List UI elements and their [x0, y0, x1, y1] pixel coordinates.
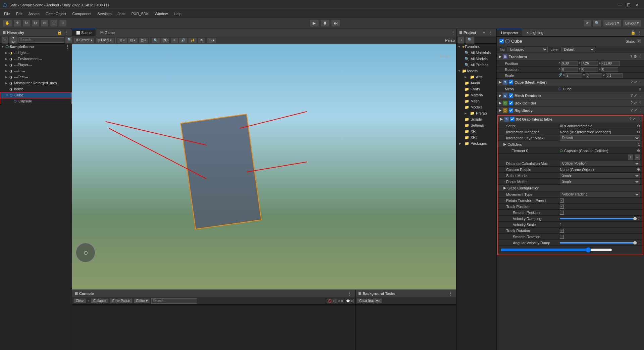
box-collider-enabled[interactable] [509, 101, 513, 105]
colliders-header[interactable]: ▶ Colliders 1 [498, 141, 643, 148]
smooth-rotation-checkbox[interactable] [560, 235, 564, 239]
angular-velocity-slider[interactable] [560, 242, 637, 244]
hierarchy-scene-root[interactable]: ▼ ⬡ SampleScene ⋮ [0, 44, 72, 50]
xr-folder[interactable]: 📁 XR [457, 128, 496, 134]
inspector-lock-icon[interactable]: 🔒 [630, 30, 636, 36]
xr-grab-help-icon[interactable]: ? [629, 117, 631, 121]
minimize-button[interactable]: — [616, 1, 624, 9]
hierarchy-filter-button[interactable]: ▾ All [9, 36, 18, 44]
velocity-damping-slider[interactable] [560, 218, 637, 219]
distance-calc-dropdown[interactable]: Collider Position [560, 161, 640, 166]
box-collider-settings-icon[interactable]: ⤢ [634, 101, 637, 105]
pause-button[interactable]: ⏸ [320, 19, 330, 27]
hierarchy-item-cube[interactable]: ▼ ⬡ Cube [0, 92, 72, 98]
light-toggle[interactable]: ☀ [170, 37, 178, 43]
console-lock-icon[interactable]: ⋮ [346, 291, 353, 297]
view-button[interactable]: ◻ ▾ [139, 37, 149, 43]
move-tool[interactable]: ✛ [13, 19, 21, 27]
mesh-filter-help-icon[interactable]: ? [631, 80, 633, 84]
scene-menu-icon[interactable]: ⋮ [64, 44, 70, 50]
custom-tool[interactable]: ⊙ [59, 19, 67, 27]
layout-dropdown[interactable]: Layout ▾ [623, 19, 641, 27]
close-button[interactable]: ✕ [633, 1, 641, 9]
hierarchy-item-light[interactable]: ▶ ◑ ---Light--- [0, 50, 72, 56]
element0-target-icon[interactable]: ⊙ [637, 148, 640, 153]
materials-folder[interactable]: 📁 Materia [457, 92, 496, 98]
inspector-menu-icon[interactable]: ⋮ [637, 30, 643, 36]
xr-grab-header[interactable]: ▶ S XR Grab Interactable ? ⤢ ⋮ [498, 116, 643, 123]
step-button[interactable]: ⏭ [331, 19, 340, 27]
rotation-z-input[interactable] [601, 67, 618, 72]
error-pause-button[interactable]: Error Pause [110, 298, 132, 303]
mesh-target-icon[interactable]: ⊙ [639, 87, 641, 91]
rigidbody-help-icon[interactable]: ? [631, 108, 633, 113]
add-hierarchy-button[interactable]: + [1, 36, 8, 44]
mesh-filter-settings-icon[interactable]: ⤢ [634, 80, 637, 84]
layers-dropdown[interactable]: Layers ▾ [603, 19, 622, 27]
hierarchy-item-test[interactable]: ▶ ◑ ---Test--- [0, 74, 72, 80]
assets-header[interactable]: ▼ 📁 Assets [457, 68, 496, 74]
project-add-icon[interactable]: + [481, 30, 487, 36]
menu-item-pxr_sdk[interactable]: PXR_SDK [129, 11, 151, 16]
2d-button[interactable]: 2D [161, 37, 170, 43]
xr-grab-enabled[interactable] [510, 117, 515, 121]
scale-y-input[interactable] [586, 73, 602, 78]
search-btn[interactable]: 🔍 [151, 37, 160, 43]
mesh-renderer-help-icon[interactable]: ? [631, 93, 633, 98]
mesh-filter-enabled[interactable] [509, 80, 513, 84]
rigidbody-header[interactable]: ▶ ⬡ Rigidbody ? ⤢ ⋮ [497, 107, 644, 114]
inspector-scrollbar[interactable] [501, 247, 612, 253]
box-collider-help-icon[interactable]: ? [631, 101, 633, 105]
scale-tool[interactable]: ⊡ [32, 19, 39, 27]
history-button[interactable]: ⟳ [583, 19, 591, 27]
transform-header[interactable]: ▶ ⊞ Transform ? ⚙ ⋮ [497, 53, 644, 60]
xr-grab-expand-icon[interactable]: ⤢ [633, 117, 636, 121]
static-dropdown-button[interactable]: ▾ [636, 39, 641, 44]
mesh-renderer-enabled[interactable] [509, 93, 513, 98]
transform-tool[interactable]: ⊞ [50, 19, 58, 27]
prefab-folder[interactable]: ▶ 📁 Prefab [457, 110, 496, 116]
hierarchy-item-capsule[interactable]: ⬡ Capsule [0, 98, 72, 104]
favorites-header[interactable]: ▼ ★ Favorites [457, 44, 496, 50]
search-button[interactable]: 🔍 [592, 19, 602, 27]
add-collider-button[interactable]: + [628, 155, 633, 160]
rotation-y-input[interactable] [581, 67, 598, 72]
settings-folder[interactable]: 📁 Settings [457, 122, 496, 128]
movement-type-dropdown[interactable]: Velocity Tracking [560, 192, 640, 197]
custom-reticle-target-icon[interactable]: ⊙ [637, 167, 640, 172]
hierarchy-item-mistsplitter[interactable]: ▶ ◑ Mistsplitter Reforged_mes [0, 80, 72, 86]
fav-all-models[interactable]: 🔍 All Models [457, 56, 496, 62]
hierarchy-lock-icon[interactable]: 🔒 [56, 30, 62, 36]
fav-all-prefabs[interactable]: 🔍 All Prefabs [457, 62, 496, 68]
maximize-button[interactable]: ☐ [625, 1, 633, 9]
hand-tool[interactable]: ✋ [3, 19, 12, 27]
grid-button[interactable]: ⊞ ▾ [117, 37, 127, 43]
menu-item-edit[interactable]: Edit [13, 11, 25, 16]
interaction-layer-dropdown[interactable]: Default [560, 135, 640, 141]
remove-collider-button[interactable]: − [635, 155, 640, 160]
arts-folder[interactable]: ▶ 📁 Arts [457, 74, 496, 80]
hierarchy-item-environment[interactable]: ▶ ◑ ---Environment--- [0, 56, 72, 62]
mesh-renderer-menu-icon[interactable]: ⋮ [638, 93, 642, 98]
script-target-icon[interactable]: ⊙ [637, 124, 640, 128]
rigidbody-menu-icon[interactable]: ⋮ [638, 108, 642, 113]
hierarchy-item-ui[interactable]: ▶ ◑ ---UI--- [0, 68, 72, 74]
box-collider-header[interactable]: ▶ ⬡ Box Collider ? ⤢ ⋮ [497, 99, 644, 107]
clear-button[interactable]: Clear [73, 298, 86, 303]
tag-dropdown[interactable]: Untagged [507, 47, 548, 52]
position-x-input[interactable] [561, 61, 578, 66]
transform-help-icon[interactable]: ? [630, 54, 632, 59]
position-z-input[interactable] [601, 61, 620, 66]
box-collider-menu-icon[interactable]: ⋮ [638, 101, 642, 105]
scripts-folder[interactable]: 📁 Scripts [457, 116, 496, 122]
center-dropdown[interactable]: ⊕ Center ▾ [73, 37, 95, 43]
audio-folder[interactable]: 📁 Audio [457, 80, 496, 86]
rect-tool[interactable]: ▭ [41, 19, 49, 27]
snap-button[interactable]: ⊡ ▾ [128, 37, 138, 43]
hierarchy-item-bomb[interactable]: ◑ bomb [0, 86, 72, 92]
interaction-manager-target-icon[interactable]: ⊙ [637, 130, 640, 134]
gaze-config-header[interactable]: ▶ Gaze Configuration [498, 185, 643, 191]
console-search-input[interactable] [151, 298, 197, 304]
fonts-folder[interactable]: 📁 Fonts [457, 86, 496, 92]
rigidbody-enabled[interactable] [509, 108, 513, 113]
